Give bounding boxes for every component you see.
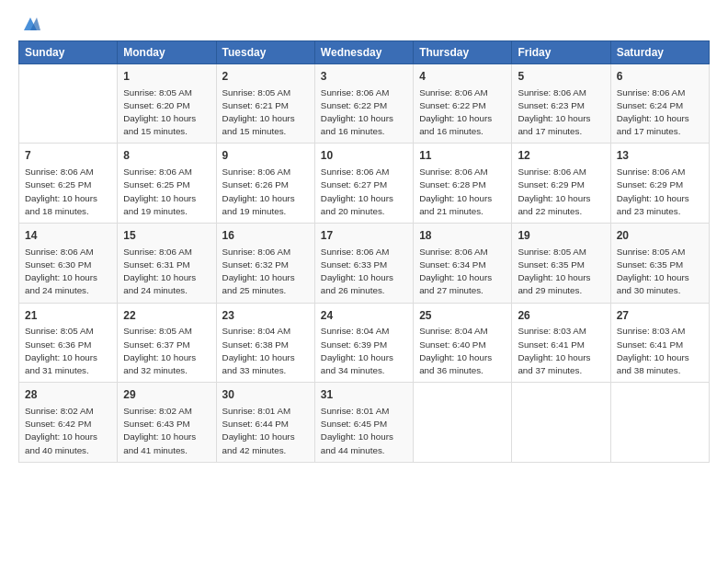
day-detail: Sunrise: 8:01 AM Sunset: 6:44 PM Dayligh… (222, 405, 309, 457)
day-detail: Sunrise: 8:06 AM Sunset: 6:34 PM Dayligh… (419, 246, 506, 298)
day-cell: 4Sunrise: 8:06 AM Sunset: 6:22 PM Daylig… (414, 63, 512, 144)
day-cell: 18Sunrise: 8:06 AM Sunset: 6:34 PM Dayli… (414, 224, 512, 304)
date-number: 4 (419, 69, 506, 85)
week-row-1: 1Sunrise: 8:05 AM Sunset: 6:20 PM Daylig… (19, 63, 710, 144)
day-detail: Sunrise: 8:02 AM Sunset: 6:42 PM Dayligh… (25, 405, 111, 457)
date-number: 21 (25, 308, 111, 324)
day-detail: Sunrise: 8:03 AM Sunset: 6:41 PM Dayligh… (518, 325, 604, 377)
day-detail: Sunrise: 8:05 AM Sunset: 6:35 PM Dayligh… (518, 246, 604, 298)
date-number: 25 (419, 308, 506, 324)
logo (18, 20, 40, 35)
date-number: 22 (123, 308, 210, 324)
date-number: 6 (617, 69, 703, 85)
header-row: SundayMondayTuesdayWednesdayThursdayFrid… (19, 40, 710, 63)
logo-text (18, 20, 40, 39)
day-cell: 15Sunrise: 8:06 AM Sunset: 6:31 PM Dayli… (118, 224, 216, 304)
day-detail: Sunrise: 8:05 AM Sunset: 6:35 PM Dayligh… (617, 246, 703, 298)
day-cell: 2Sunrise: 8:05 AM Sunset: 6:21 PM Daylig… (216, 63, 314, 144)
day-detail: Sunrise: 8:04 AM Sunset: 6:40 PM Dayligh… (419, 325, 506, 377)
date-number: 8 (123, 148, 210, 164)
date-number: 28 (25, 387, 111, 403)
day-detail: Sunrise: 8:06 AM Sunset: 6:27 PM Dayligh… (321, 166, 407, 218)
day-cell: 16Sunrise: 8:06 AM Sunset: 6:32 PM Dayli… (216, 224, 314, 304)
col-header-thursday: Thursday (414, 40, 512, 63)
day-cell: 12Sunrise: 8:06 AM Sunset: 6:29 PM Dayli… (512, 144, 610, 224)
day-cell (610, 383, 709, 463)
col-header-wednesday: Wednesday (314, 40, 413, 63)
date-number: 14 (25, 228, 111, 244)
day-detail: Sunrise: 8:06 AM Sunset: 6:25 PM Dayligh… (25, 166, 111, 218)
day-detail: Sunrise: 8:06 AM Sunset: 6:31 PM Dayligh… (123, 246, 210, 298)
day-cell: 5Sunrise: 8:06 AM Sunset: 6:23 PM Daylig… (512, 63, 610, 144)
header (18, 17, 710, 35)
day-detail: Sunrise: 8:05 AM Sunset: 6:20 PM Dayligh… (123, 86, 210, 139)
day-cell (512, 383, 610, 463)
day-cell: 1Sunrise: 8:05 AM Sunset: 6:20 PM Daylig… (118, 63, 216, 144)
day-cell (19, 63, 118, 144)
day-cell: 10Sunrise: 8:06 AM Sunset: 6:27 PM Dayli… (314, 144, 413, 224)
date-number: 24 (321, 308, 407, 324)
day-detail: Sunrise: 8:05 AM Sunset: 6:21 PM Dayligh… (222, 86, 309, 139)
day-detail: Sunrise: 8:06 AM Sunset: 6:26 PM Dayligh… (222, 166, 309, 218)
day-cell: 19Sunrise: 8:05 AM Sunset: 6:35 PM Dayli… (512, 224, 610, 304)
day-detail: Sunrise: 8:06 AM Sunset: 6:22 PM Dayligh… (419, 86, 506, 139)
week-row-2: 7Sunrise: 8:06 AM Sunset: 6:25 PM Daylig… (19, 144, 710, 224)
date-number: 12 (518, 148, 604, 164)
date-number: 31 (321, 387, 407, 403)
day-cell: 20Sunrise: 8:05 AM Sunset: 6:35 PM Dayli… (610, 224, 709, 304)
day-detail: Sunrise: 8:06 AM Sunset: 6:24 PM Dayligh… (617, 86, 703, 139)
date-number: 19 (518, 228, 604, 244)
day-detail: Sunrise: 8:03 AM Sunset: 6:41 PM Dayligh… (617, 325, 703, 377)
day-cell: 25Sunrise: 8:04 AM Sunset: 6:40 PM Dayli… (414, 303, 512, 383)
date-number: 11 (419, 148, 506, 164)
day-cell: 26Sunrise: 8:03 AM Sunset: 6:41 PM Dayli… (512, 303, 610, 383)
day-cell: 27Sunrise: 8:03 AM Sunset: 6:41 PM Dayli… (610, 303, 709, 383)
day-cell: 7Sunrise: 8:06 AM Sunset: 6:25 PM Daylig… (19, 144, 118, 224)
day-detail: Sunrise: 8:04 AM Sunset: 6:38 PM Dayligh… (222, 325, 309, 377)
day-cell: 30Sunrise: 8:01 AM Sunset: 6:44 PM Dayli… (216, 383, 314, 463)
day-cell: 14Sunrise: 8:06 AM Sunset: 6:30 PM Dayli… (19, 224, 118, 304)
day-cell: 24Sunrise: 8:04 AM Sunset: 6:39 PM Dayli… (314, 303, 413, 383)
day-detail: Sunrise: 8:05 AM Sunset: 6:36 PM Dayligh… (25, 325, 111, 377)
day-detail: Sunrise: 8:06 AM Sunset: 6:29 PM Dayligh… (617, 166, 703, 218)
day-detail: Sunrise: 8:05 AM Sunset: 6:37 PM Dayligh… (123, 325, 210, 377)
day-detail: Sunrise: 8:06 AM Sunset: 6:22 PM Dayligh… (321, 86, 407, 139)
date-number: 15 (123, 228, 210, 244)
day-detail: Sunrise: 8:02 AM Sunset: 6:43 PM Dayligh… (123, 405, 210, 457)
date-number: 29 (123, 387, 210, 403)
week-row-5: 28Sunrise: 8:02 AM Sunset: 6:42 PM Dayli… (19, 383, 710, 463)
day-cell: 9Sunrise: 8:06 AM Sunset: 6:26 PM Daylig… (216, 144, 314, 224)
date-number: 16 (222, 228, 309, 244)
day-detail: Sunrise: 8:06 AM Sunset: 6:25 PM Dayligh… (123, 166, 210, 218)
day-detail: Sunrise: 8:06 AM Sunset: 6:28 PM Dayligh… (419, 166, 506, 218)
day-cell: 6Sunrise: 8:06 AM Sunset: 6:24 PM Daylig… (610, 63, 709, 144)
col-header-friday: Friday (512, 40, 610, 63)
day-cell (414, 383, 512, 463)
date-number: 30 (222, 387, 309, 403)
col-header-saturday: Saturday (610, 40, 709, 63)
date-number: 20 (617, 228, 703, 244)
date-number: 5 (518, 69, 604, 85)
day-detail: Sunrise: 8:04 AM Sunset: 6:39 PM Dayligh… (321, 325, 407, 377)
date-number: 10 (321, 148, 407, 164)
day-detail: Sunrise: 8:01 AM Sunset: 6:45 PM Dayligh… (321, 405, 407, 457)
date-number: 2 (222, 69, 309, 85)
day-cell: 8Sunrise: 8:06 AM Sunset: 6:25 PM Daylig… (118, 144, 216, 224)
day-detail: Sunrise: 8:06 AM Sunset: 6:23 PM Dayligh… (518, 86, 604, 139)
day-detail: Sunrise: 8:06 AM Sunset: 6:32 PM Dayligh… (222, 246, 309, 298)
day-detail: Sunrise: 8:06 AM Sunset: 6:29 PM Dayligh… (518, 166, 604, 218)
day-detail: Sunrise: 8:06 AM Sunset: 6:33 PM Dayligh… (321, 246, 407, 298)
day-cell: 21Sunrise: 8:05 AM Sunset: 6:36 PM Dayli… (19, 303, 118, 383)
date-number: 26 (518, 308, 604, 324)
day-cell: 17Sunrise: 8:06 AM Sunset: 6:33 PM Dayli… (314, 224, 413, 304)
date-number: 23 (222, 308, 309, 324)
date-number: 1 (123, 69, 210, 85)
day-cell: 22Sunrise: 8:05 AM Sunset: 6:37 PM Dayli… (118, 303, 216, 383)
day-detail: Sunrise: 8:06 AM Sunset: 6:30 PM Dayligh… (25, 246, 111, 298)
date-number: 27 (617, 308, 703, 324)
date-number: 7 (25, 148, 111, 164)
day-cell: 3Sunrise: 8:06 AM Sunset: 6:22 PM Daylig… (314, 63, 413, 144)
day-cell: 23Sunrise: 8:04 AM Sunset: 6:38 PM Dayli… (216, 303, 314, 383)
day-cell: 31Sunrise: 8:01 AM Sunset: 6:45 PM Dayli… (314, 383, 413, 463)
date-number: 9 (222, 148, 309, 164)
